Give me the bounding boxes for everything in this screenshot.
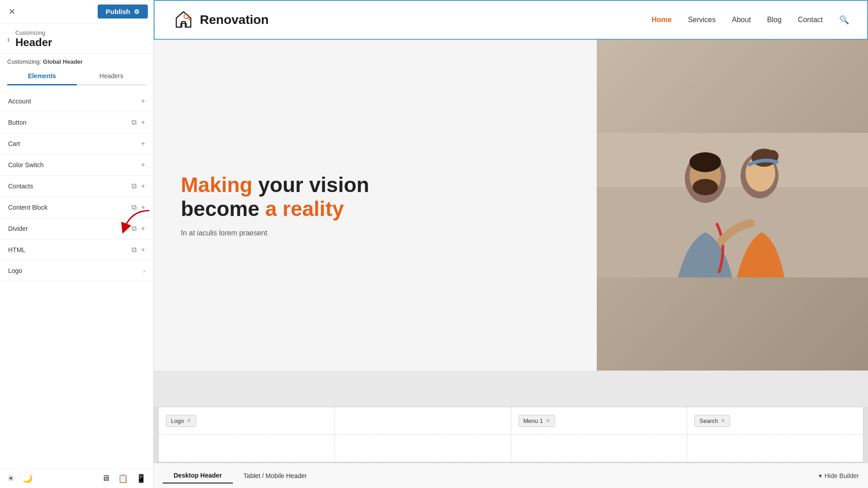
elements-list: Account+Button⧉+Cart+Color Switch+Contac… <box>0 85 153 469</box>
site-header: Renovation Home Services About Blog Cont… <box>154 0 868 40</box>
logo-text: Renovation <box>200 13 269 27</box>
gear-icon: ⚙ <box>134 8 140 15</box>
element-name: Content Block <box>8 204 47 211</box>
add-icon[interactable]: + <box>141 140 145 148</box>
breadcrumb-sub: Customizing <box>15 30 52 36</box>
element-row-html[interactable]: HTML⧉+ <box>0 239 153 261</box>
light-mode-icon[interactable]: ☀ <box>7 474 14 483</box>
back-button[interactable]: ‹ <box>7 35 10 44</box>
nav-home[interactable]: Home <box>651 16 671 24</box>
breadcrumb: Customizing Header <box>15 30 52 49</box>
element-actions: › <box>143 267 145 274</box>
add-icon[interactable]: + <box>141 161 145 169</box>
add-icon[interactable]: + <box>141 97 145 105</box>
copy-icon[interactable]: ⧉ <box>132 118 137 127</box>
slot-logo-cell: Logo ✕ <box>159 407 335 434</box>
element-row-content-block[interactable]: Content Block⧉+ <box>0 197 153 218</box>
hero-text: Making your vision become a reality In a… <box>154 40 597 371</box>
remove-logo-icon[interactable]: ✕ <box>187 418 191 424</box>
element-actions: ⧉+ <box>132 182 145 190</box>
element-actions: ⧉+ <box>132 225 145 233</box>
chevron-right-icon: › <box>143 267 145 274</box>
element-name: Cart <box>8 140 20 147</box>
breadcrumb-area: ‹ Customizing Header <box>0 23 153 54</box>
slot-empty-5 <box>687 435 863 462</box>
element-row-cart[interactable]: Cart+ <box>0 133 153 155</box>
element-row-divider[interactable]: Divider⧉+ <box>0 218 153 239</box>
remove-search-icon[interactable]: ✕ <box>721 418 725 424</box>
hide-builder-button[interactable]: ▾ Hide Builder <box>819 472 859 479</box>
hero-section: Making your vision become a reality In a… <box>154 40 868 371</box>
preview-tabs: Desktop Header Tablet / Mobile Header <box>163 468 318 483</box>
nav-blog[interactable]: Blog <box>767 16 782 24</box>
nav-about[interactable]: About <box>732 16 751 24</box>
element-actions: + <box>141 161 145 169</box>
tablet-header-tab[interactable]: Tablet / Mobile Header <box>233 468 318 483</box>
svg-point-7 <box>693 179 718 195</box>
add-icon[interactable]: + <box>141 246 145 254</box>
element-actions: ⧉+ <box>132 203 145 211</box>
element-name: Account <box>8 98 31 105</box>
element-actions: + <box>141 97 145 105</box>
copy-icon[interactable]: ⧉ <box>132 182 137 190</box>
right-area: Renovation Home Services About Blog Cont… <box>154 0 868 488</box>
tabs-row: Elements Headers <box>7 68 146 85</box>
element-actions: ⧉+ <box>132 246 145 254</box>
element-name: Button <box>8 119 26 126</box>
slot-empty-cell <box>335 407 511 434</box>
element-row-contacts[interactable]: Contacts⧉+ <box>0 176 153 197</box>
logo-area: Renovation <box>173 9 269 31</box>
tab-elements[interactable]: Elements <box>7 68 77 85</box>
copy-icon[interactable]: ⧉ <box>132 246 137 254</box>
slot-empty-3 <box>335 435 511 462</box>
add-icon[interactable]: + <box>141 182 145 190</box>
customizing-label: Customizing: Global Header <box>0 54 153 68</box>
nav-services[interactable]: Services <box>688 16 716 24</box>
hero-image <box>597 40 868 371</box>
slot-menu-tag[interactable]: Menu 1 ✕ <box>519 415 555 427</box>
element-row-button[interactable]: Button⧉+ <box>0 112 153 133</box>
add-icon[interactable]: + <box>141 225 145 233</box>
dark-mode-icon[interactable]: 🌙 <box>23 474 33 483</box>
nav-contact[interactable]: Contact <box>798 16 823 24</box>
element-name: Color Switch <box>8 161 44 169</box>
panel-bottom-bar: ☀ 🌙 🖥 📋 📱 <box>0 469 153 488</box>
bottom-tabs-bar: Desktop Header Tablet / Mobile Header ▾ … <box>154 463 868 488</box>
tablet-icon[interactable]: 📋 <box>118 474 128 483</box>
slot-logo-tag[interactable]: Logo ✕ <box>166 415 196 427</box>
slot-row-2 <box>159 435 863 462</box>
breadcrumb-title: Header <box>15 36 52 49</box>
element-name: Contacts <box>8 183 33 190</box>
add-icon[interactable]: + <box>141 203 145 211</box>
slot-empty-2 <box>159 435 335 462</box>
slot-search-cell: Search ✕ <box>687 407 863 434</box>
element-name: Logo <box>8 267 22 274</box>
svg-point-6 <box>689 152 721 172</box>
publish-button[interactable]: Publish ⚙ <box>98 5 148 19</box>
top-bar: ✕ Publish ⚙ <box>0 0 153 23</box>
element-row-logo[interactable]: Logo› <box>0 261 153 281</box>
desktop-header-tab[interactable]: Desktop Header <box>163 468 233 483</box>
slot-search-tag[interactable]: Search ✕ <box>694 415 730 427</box>
element-row-color-switch[interactable]: Color Switch+ <box>0 155 153 176</box>
desktop-icon[interactable]: 🖥 <box>102 474 110 483</box>
slot-menu-cell: Menu 1 ✕ <box>511 407 688 434</box>
element-row-account[interactable]: Account+ <box>0 91 153 112</box>
element-name: Divider <box>8 225 28 232</box>
below-hero <box>154 371 868 407</box>
tab-headers[interactable]: Headers <box>77 68 146 85</box>
hero-people-illustration <box>597 133 868 277</box>
search-icon[interactable]: 🔍 <box>839 15 849 25</box>
hero-sub: In at iaculis lorem praesent <box>181 229 570 237</box>
close-button[interactable]: ✕ <box>5 5 18 18</box>
copy-icon[interactable]: ⧉ <box>132 203 137 211</box>
nav-menu: Home Services About Blog Contact 🔍 <box>651 15 849 25</box>
mobile-icon[interactable]: 📱 <box>136 474 146 483</box>
remove-menu-icon[interactable]: ✕ <box>546 418 550 424</box>
hero-headline: Making your vision become a reality <box>181 173 570 221</box>
element-actions: + <box>141 140 145 148</box>
slot-row-1: Logo ✕ Menu 1 ✕ Search ✕ <box>159 407 863 435</box>
copy-icon[interactable]: ⧉ <box>132 225 137 233</box>
add-icon[interactable]: + <box>141 118 145 127</box>
logo-icon <box>173 9 194 31</box>
